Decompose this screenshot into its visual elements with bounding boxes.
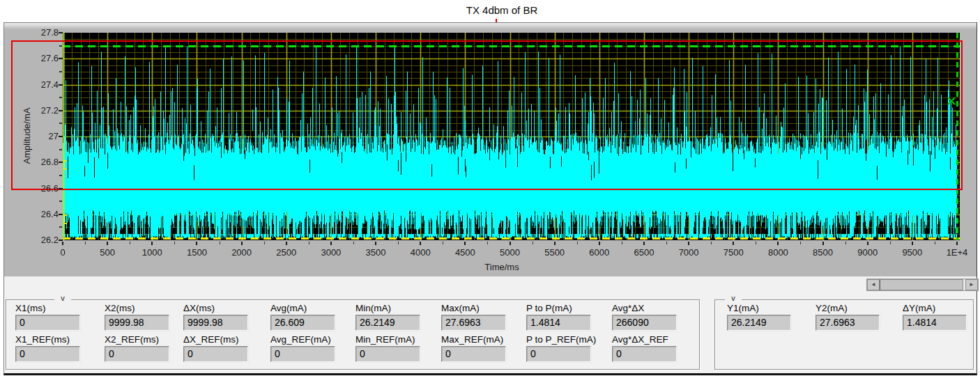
field-value-box[interactable]: 26.2149 (355, 315, 420, 331)
field-label: Avg*ΔX_REF (612, 334, 668, 345)
y-tick-mark (59, 162, 63, 163)
x-group-caret-icon: v (54, 294, 71, 304)
field-value-box[interactable]: 26.2149 (727, 315, 791, 331)
y-tick-label: 26.8 (26, 157, 59, 167)
x-tick-minor-mark (622, 242, 622, 244)
x-tick-label: 2000 (221, 247, 263, 258)
x-tick-label: 9000 (847, 247, 889, 258)
x-tick-mark (822, 242, 824, 245)
field-label: P to P_REF(mA) (526, 334, 596, 345)
x-tick-mark (688, 242, 689, 245)
field-label: P to P(mA) (526, 303, 572, 314)
x-tick-label: 9500 (891, 247, 933, 258)
x-tick-mark (420, 242, 421, 245)
x-tick-mark (912, 242, 913, 245)
x-tick-label: 7500 (712, 247, 754, 258)
field-value-box[interactable]: 9999.98 (183, 315, 248, 331)
field-value-box[interactable]: 266090 (612, 315, 677, 331)
x-tick-label: 1000 (131, 247, 173, 258)
x-tick-label: 3500 (355, 247, 397, 258)
x-tick-mark (151, 242, 153, 245)
y-tick-minor-mark (59, 71, 62, 72)
x-axis-title: Time/ms (460, 262, 544, 272)
field-value-box[interactable]: 26.609 (270, 315, 335, 331)
y-tick-mark (59, 84, 63, 86)
y-tick-minor-mark (59, 149, 62, 150)
x-tick-minor-mark (533, 242, 533, 244)
y-tick-label: 26.2 (26, 235, 59, 245)
field-label: Avg_REF(mA) (270, 334, 331, 345)
field-value-box[interactable]: 1.4814 (526, 315, 591, 331)
field-value-box[interactable]: 0 (15, 315, 80, 331)
x-tick-label: 3000 (310, 247, 352, 258)
x-tick-mark (956, 242, 958, 245)
field-label: Min_REF(mA) (355, 334, 415, 345)
field-label: ΔX_REF(ms) (183, 334, 239, 345)
x-tick-label: 4000 (399, 247, 441, 258)
y-tick-mark (59, 240, 63, 241)
x-tick-minor-mark (353, 242, 354, 244)
x-tick-mark (510, 242, 511, 245)
x-tick-label: 8500 (802, 247, 844, 258)
x-tick-mark (733, 242, 734, 245)
field-label: Y1(mA) (727, 303, 759, 314)
x-tick-minor-mark (845, 242, 846, 244)
y-tick-mark (59, 58, 63, 59)
x-scrollbar[interactable]: ◄ ► (866, 279, 979, 291)
y-tick-label: 27 (26, 131, 59, 141)
y-tick-label: 26.6 (26, 183, 59, 194)
field-value-box[interactable]: 0 (612, 346, 677, 362)
x-tick-minor-mark (130, 242, 130, 244)
x-tick-minor-mark (398, 242, 399, 244)
field-value-box[interactable]: 27.6963 (816, 315, 880, 331)
scrollbar-left-arrow-icon[interactable]: ◄ (867, 279, 880, 290)
x-tick-mark (464, 242, 466, 245)
field-label: X2_REF(ms) (105, 334, 159, 345)
scrollbar-right-arrow-icon[interactable]: ► (965, 279, 978, 290)
field-label: Avg*ΔX (612, 303, 644, 314)
field-value-box[interactable]: 0 (270, 346, 335, 362)
field-label: X1_REF(ms) (15, 334, 70, 345)
y-tick-label: 27.4 (26, 79, 59, 90)
field-label: X1(ms) (15, 303, 46, 314)
x-tick-minor-mark (577, 242, 578, 244)
field-value-box[interactable]: 0 (526, 346, 591, 362)
field-label: Avg(mA) (270, 303, 307, 314)
x-tick-label: 500 (86, 247, 128, 258)
x-tick-label: 1E+4 (936, 247, 978, 258)
x-tick-label: 0 (42, 247, 84, 258)
x-tick-minor-mark (711, 242, 712, 244)
field-value-box[interactable]: 0 (441, 346, 506, 362)
field-value-box[interactable]: 0 (15, 346, 80, 362)
field-value-box[interactable]: 0 (183, 346, 248, 362)
field-value-box[interactable]: 27.6963 (441, 315, 506, 331)
field-value-box[interactable]: 0 (105, 346, 169, 362)
bt-tx-current-measurement-app: TX 4dbm of BR Amplitude/mA Time/ms ◄ ► v… (0, 0, 980, 376)
y-tick-minor-mark (59, 226, 62, 228)
x-tick-mark (241, 242, 243, 245)
x-tick-minor-mark (890, 242, 891, 244)
x-tick-mark (286, 242, 287, 245)
y-tick-label: 27.6 (26, 53, 59, 63)
field-value-box[interactable]: 1.4814 (903, 315, 967, 331)
y-tick-mark (59, 214, 63, 215)
y-group-caret-icon: v (725, 294, 742, 304)
y-tick-minor-mark (59, 123, 62, 124)
scrollbar-thumb[interactable] (880, 279, 963, 290)
x-tick-minor-mark (935, 242, 935, 244)
y-tick-minor-mark (59, 175, 62, 176)
field-label: Max(mA) (441, 303, 480, 314)
x-tick-label: 6000 (579, 247, 620, 258)
x-tick-minor-mark (174, 242, 175, 244)
x-tick-minor-mark (220, 242, 220, 244)
x-tick-minor-mark (666, 242, 667, 244)
field-value-box[interactable]: 0 (355, 346, 420, 362)
x-tick-label: 1500 (176, 247, 217, 258)
x-tick-label: 4500 (444, 247, 486, 258)
field-value-box[interactable]: 9999.98 (105, 315, 169, 331)
x-tick-label: 5500 (534, 247, 576, 258)
y-tick-mark (59, 32, 63, 33)
x-tick-minor-mark (309, 242, 309, 244)
y-tick-label: 27.2 (26, 105, 59, 116)
field-label: ΔX(ms) (183, 303, 215, 314)
